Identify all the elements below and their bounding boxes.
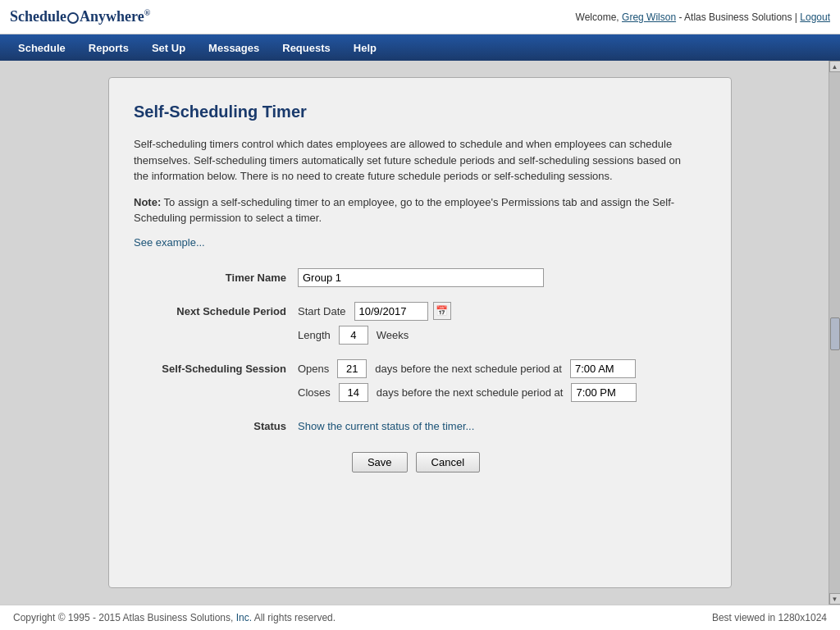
- company-text: - Atlas Business Solutions: [678, 11, 792, 23]
- note-text: To assign a self-scheduling timer to an …: [134, 196, 674, 225]
- note-label: Note:: [134, 196, 161, 208]
- logo: ScheduleAnywhere®: [10, 8, 150, 25]
- scroll-thumb[interactable]: [830, 317, 840, 350]
- start-date-row: Start Date 📅: [298, 302, 698, 321]
- description-1: Self-scheduling timers control which dat…: [134, 136, 698, 185]
- closes-label: Closes: [298, 386, 331, 399]
- logo-circle: [67, 12, 79, 24]
- closes-days-text: days before the next schedule period at: [377, 386, 564, 399]
- opens-label: Opens: [298, 363, 329, 375]
- button-row: Save Cancel: [134, 452, 698, 472]
- closes-row: Closes days before the next schedule per…: [298, 383, 698, 402]
- self-scheduling-content: Opens days before the next schedule peri…: [298, 359, 698, 402]
- see-example-link[interactable]: See example...: [134, 236, 205, 249]
- nav-item-setup[interactable]: Set Up: [140, 34, 197, 61]
- content-area: Self-Scheduling Timer Self-scheduling ti…: [0, 61, 840, 605]
- nav-item-requests[interactable]: Requests: [271, 34, 342, 61]
- timer-name-label: Timer Name: [134, 268, 298, 284]
- form-container: Self-Scheduling Timer Self-scheduling ti…: [108, 77, 732, 588]
- opens-time-input[interactable]: [570, 359, 636, 378]
- nav-item-schedule[interactable]: Schedule: [7, 34, 77, 61]
- opens-days-text: days before the next schedule period at: [375, 363, 562, 375]
- start-date-label: Start Date: [298, 305, 346, 317]
- scrollbar[interactable]: ▲ ▼: [829, 61, 840, 605]
- timer-name-section: Timer Name: [134, 268, 698, 287]
- copyright-text: Copyright © 1995 - 2015 Atlas Business S…: [13, 612, 233, 623]
- closes-days-input[interactable]: [339, 383, 368, 402]
- top-bar: ScheduleAnywhere® Welcome, Greg Wilson -…: [0, 0, 840, 34]
- closes-time-input[interactable]: [571, 383, 637, 402]
- user-info: Welcome, Greg Wilson - Atlas Business So…: [576, 11, 830, 23]
- logout-link[interactable]: Logout: [800, 11, 830, 23]
- description-2: Note: To assign a self-scheduling timer …: [134, 194, 698, 226]
- rights-text: All rights reserved.: [254, 612, 336, 623]
- page-title: Self-Scheduling Timer: [134, 103, 698, 121]
- status-label: Status: [134, 417, 298, 432]
- self-scheduling-label: Self-Scheduling Session: [134, 359, 298, 375]
- self-scheduling-section: Self-Scheduling Session Opens days befor…: [134, 359, 698, 402]
- footer: Copyright © 1995 - 2015 Atlas Business S…: [0, 605, 840, 630]
- timer-name-content: [298, 268, 698, 287]
- user-name-link[interactable]: Greg Wilson: [622, 11, 676, 23]
- nav-item-reports[interactable]: Reports: [77, 34, 140, 61]
- footer-copyright: Copyright © 1995 - 2015 Atlas Business S…: [13, 612, 336, 623]
- welcome-text: Welcome,: [576, 11, 619, 23]
- opens-row: Opens days before the next schedule peri…: [298, 359, 698, 378]
- timer-name-input[interactable]: [298, 268, 544, 287]
- scroll-up-arrow[interactable]: ▲: [829, 61, 841, 72]
- status-content: Show the current status of the timer...: [298, 417, 698, 432]
- best-viewed-text: Best viewed in 1280x1024: [712, 612, 827, 623]
- length-label: Length: [298, 329, 331, 341]
- nav-item-help[interactable]: Help: [342, 34, 388, 61]
- cancel-button[interactable]: Cancel: [416, 452, 480, 472]
- schedule-period-label: Next Schedule Period: [134, 302, 298, 317]
- status-link[interactable]: Show the current status of the timer...: [298, 417, 698, 432]
- schedule-period-content: Start Date 📅 Length Weeks: [298, 302, 698, 345]
- scroll-container: Self-Scheduling Timer Self-scheduling ti…: [0, 61, 840, 605]
- status-section: Status Show the current status of the ti…: [134, 417, 698, 432]
- length-row: Length Weeks: [298, 326, 698, 345]
- scroll-down-arrow[interactable]: ▼: [829, 593, 841, 605]
- weeks-label: Weeks: [377, 329, 409, 341]
- start-date-input[interactable]: [354, 302, 428, 321]
- calendar-button[interactable]: 📅: [433, 302, 451, 320]
- save-button[interactable]: Save: [352, 452, 408, 472]
- length-input[interactable]: [339, 326, 368, 345]
- nav-item-messages[interactable]: Messages: [197, 34, 271, 61]
- opens-days-input[interactable]: [337, 359, 367, 378]
- inc-link[interactable]: Inc.: [236, 612, 252, 623]
- nav-bar: Schedule Reports Set Up Messages Request…: [0, 34, 840, 61]
- schedule-period-section: Next Schedule Period Start Date 📅 Length…: [134, 302, 698, 345]
- calendar-icon: 📅: [436, 305, 448, 317]
